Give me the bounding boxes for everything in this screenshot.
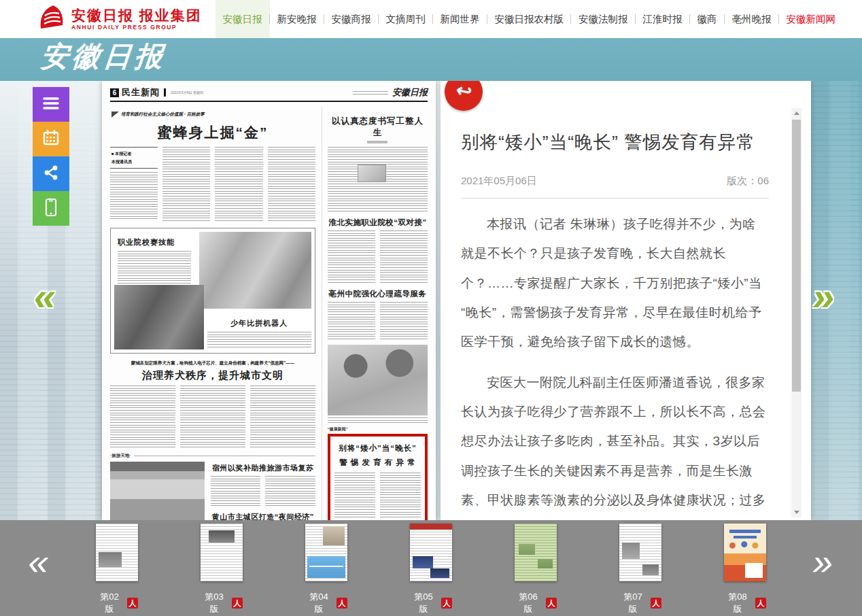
thumbnails-prev-arrow[interactable]: «: [25, 543, 52, 580]
page-05-preview[interactable]: [410, 524, 452, 581]
marathon-article: 乡村旅游季 快乐健康跑: [110, 462, 205, 520]
page-thumb-05[interactable]: 第05版人: [410, 524, 452, 616]
section-title: 民生新闻: [122, 86, 160, 99]
nav-item-bozhou-evening[interactable]: 亳州晚报: [725, 0, 779, 38]
highlighted-article-region[interactable]: 别将“矮小”当“晚长” 警 惕 发 育 有 异 常: [328, 434, 428, 520]
nav-item-xinan-evening[interactable]: 新安晚报: [270, 0, 324, 38]
share-button[interactable]: [33, 156, 69, 191]
box-headline: 职业院校赛技能: [118, 237, 175, 247]
pdf-icon[interactable]: 人: [755, 598, 766, 609]
page-thumb-03[interactable]: 第03版人: [201, 524, 243, 616]
nav-item-huishang[interactable]: 徽商: [690, 0, 725, 38]
nav-item-jianghuai-times[interactable]: 江淮时报: [636, 0, 690, 38]
boxed-title-line2: 警 惕 发 育 有 异 常: [334, 456, 421, 470]
marathon-photo: [110, 462, 205, 520]
menu-icon: [42, 96, 60, 114]
back-button[interactable]: ↩: [445, 81, 483, 111]
page-thumb-06[interactable]: 第06版人: [515, 524, 557, 616]
paper-brand-calligraphy: 安徽日报: [39, 38, 168, 75]
share-icon: [42, 164, 60, 184]
page-06-preview[interactable]: [515, 524, 557, 581]
text-lines: [110, 386, 175, 448]
robot-kids-photo: [114, 285, 204, 349]
text-lines: [180, 386, 245, 448]
masthead-band: 安徽日报: [0, 38, 862, 81]
huangshan-headline: 黄山市主城区打造“夜间经济”: [211, 512, 315, 520]
article-scrollbar[interactable]: [791, 108, 801, 517]
article-title: 别将“矮小”当“晚长” 警惕发育有异常: [461, 130, 769, 154]
page-08-preview[interactable]: [724, 524, 766, 581]
text-lines: [334, 473, 375, 517]
press-group-logo-icon: [37, 4, 65, 34]
byline-line2: 本报通讯员: [111, 158, 156, 166]
article-body: 本报讯（记者 朱琳琳）孩子吃得并不少，为啥就是不长个？只是孩子发育晚，长大自然就…: [461, 209, 769, 520]
mobile-icon: [42, 198, 60, 220]
nav-item-digest-weekly[interactable]: 文摘周刊: [379, 0, 433, 38]
farmers-photo: [328, 345, 428, 415]
page-07-preview[interactable]: [619, 524, 661, 581]
text-lines: [110, 172, 158, 221]
text-lines: [380, 473, 421, 517]
mobile-button[interactable]: [33, 191, 69, 226]
pdf-icon[interactable]: 人: [232, 598, 243, 609]
nav-item-legal-daily[interactable]: 安徽法制报: [571, 0, 636, 38]
vocational-skills-photo-box: 职业院校赛技能 少年比拼机器人: [110, 228, 315, 354]
newspaper-page-image[interactable]: 6 民生新闻 2021年5月6日 星期四 安徽日报 培育和践行社会主义核心价值观…: [102, 81, 436, 520]
dog-section-headline: 治理养犬秩序，提升城市文明: [110, 369, 315, 382]
lead-headline: 蜜蜂身上掘“金”: [110, 123, 315, 142]
competition-photo: [199, 232, 311, 309]
nav-item-news-world[interactable]: 新闻世界: [433, 0, 487, 38]
text-lines: [380, 230, 428, 284]
thumbnails-next-arrow[interactable]: »: [810, 543, 837, 580]
press-group-logo[interactable]: 安徽日报 报业集团 ANHUI DAILY PRESS GROUP: [37, 4, 202, 34]
scroll-up-button[interactable]: [791, 108, 801, 118]
logo-title: 安徽日报 报业集团: [71, 7, 202, 24]
text-lines: [162, 147, 210, 223]
page-02-preview[interactable]: [96, 524, 138, 581]
reader-main: « » 6 民生新闻 2021年5月6日 星期四 安徽日报 培育和践行社会主义核…: [0, 81, 862, 520]
nav-item-anhui-daily[interactable]: 安徽日报: [216, 0, 270, 38]
pdf-icon[interactable]: 人: [651, 598, 661, 609]
text-lines: [380, 302, 428, 340]
top-nav: 安徽日报 新安晚报 安徽商报 文摘周刊 新闻世界 安徽日报农村版 安徽法制报 江…: [216, 0, 844, 38]
page-thumb-08[interactable]: 第08版人: [724, 524, 766, 616]
pdf-icon[interactable]: 人: [546, 598, 557, 609]
editor-note-lines: [353, 91, 388, 95]
health-news-tag: “健康新闻”: [328, 426, 428, 432]
text-lines: [250, 386, 315, 448]
page-03-preview[interactable]: [201, 524, 243, 581]
arrow-down-icon: [794, 511, 799, 514]
article-paragraph: 安医大一附院儿科副主任医师潘道香说，很多家长认为孩子吃得少了营养跟不上，所以长不…: [461, 368, 769, 520]
pdf-icon[interactable]: 人: [441, 598, 452, 609]
scroll-down-button[interactable]: [791, 507, 801, 517]
travel-section-tag: ·旅游天地·: [110, 453, 315, 459]
byline-line1: ■ 本报记者: [111, 150, 156, 158]
back-arrow-icon: ↩: [454, 81, 474, 103]
huaibei-headline: 淮北实施职业院校“双对接”: [328, 218, 428, 228]
right-column-headline: 以认真态度书写工整人生: [328, 116, 428, 139]
scrollbar-thumb[interactable]: [792, 120, 801, 392]
article-panel: ↩ 别将“矮小”当“晚长” 警惕发育有异常 2021年05月06日 版次：06 …: [441, 81, 811, 520]
logo-subtitle: ANHUI DAILY PRESS GROUP: [71, 24, 202, 31]
pdf-icon[interactable]: 人: [337, 598, 347, 609]
pdf-icon[interactable]: 人: [127, 598, 138, 609]
page-thumb-07[interactable]: 第07版人: [619, 524, 661, 616]
boxed-title-line1: 别将“矮小”当“晚长”: [334, 441, 421, 456]
text-lines: [215, 147, 262, 223]
menu-button[interactable]: [33, 87, 69, 122]
inline-graphic: [358, 165, 386, 182]
bozhou-headline: 亳州中院强化心理疏导服务: [328, 289, 428, 299]
page-thumb-04[interactable]: 第04版人: [305, 524, 347, 616]
calendar-icon: [42, 129, 60, 150]
nav-item-anhui-business[interactable]: 安徽商报: [324, 0, 379, 38]
text-lines: [268, 147, 315, 223]
nav-item-anhui-news-site[interactable]: 安徽新闻网: [779, 0, 844, 38]
text-lines: [265, 476, 315, 507]
dog-section-lede: 蒙城县划定限养犬方案，给狗植入电子芯片、建立身份档案，构建养犬“信息网”——: [124, 359, 301, 366]
suzhou-headline: 宿州以奖补助推旅游市场复苏: [211, 463, 315, 473]
page-thumb-02[interactable]: 第02版人: [96, 524, 138, 616]
calendar-button[interactable]: [33, 122, 69, 156]
nav-item-rural-edition[interactable]: 安徽日报农村版: [487, 0, 572, 38]
page-04-preview[interactable]: [305, 524, 347, 581]
author-placeholder: [367, 141, 387, 143]
